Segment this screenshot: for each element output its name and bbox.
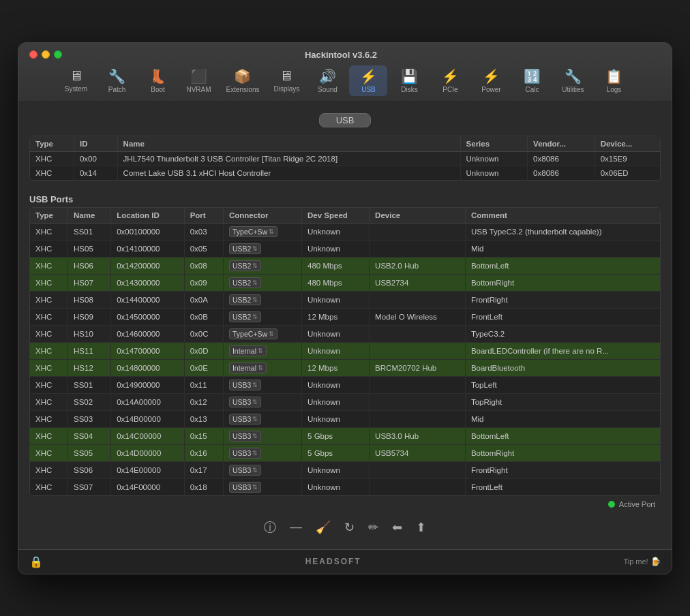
minimize-button[interactable] (42, 50, 50, 59)
content-area: USB TypeIDNameSeriesVendor...Device... X… (18, 102, 672, 549)
connector-badge[interactable]: TypeC+Sw ⇅ (229, 328, 278, 339)
toolbar-item-usb[interactable]: ⚡USB (349, 65, 387, 96)
toolbar-item-extensions[interactable]: 📦Extensions (221, 65, 265, 96)
ports-header-row: TypeNameLocation IDPortConnectorDev Spee… (30, 208, 660, 224)
active-port-indicator: Active Port (608, 500, 655, 508)
bottom-bar: Active Port (29, 496, 661, 512)
toolbar-label-system: System (65, 85, 87, 93)
connector-badge[interactable]: USB2 ⇅ (229, 260, 261, 271)
close-button[interactable] (29, 50, 38, 59)
toolbar-label-boot: Boot (151, 86, 165, 93)
window-title: Hackintool v3.6.2 (62, 50, 620, 60)
list-item: XHCHS070x143000000x09USB2 ⇅480 MbpsUSB27… (30, 274, 660, 291)
toolbar-icon-nvram: ⬛ (190, 68, 207, 84)
toolbar-label-power: Power (481, 86, 500, 93)
connector-badge[interactable]: USB2 ⇅ (229, 243, 261, 254)
ctrl-header-series: Series (460, 136, 528, 152)
port-header-name: Name (68, 208, 111, 224)
edit-button[interactable]: ✏ (368, 520, 378, 535)
connector-badge[interactable]: USB3 ⇅ (229, 380, 261, 390)
list-item: XHCHS090x145000000x0BUSB2 ⇅12 MbpsModel … (30, 308, 660, 325)
info-button[interactable]: ⓘ (264, 519, 276, 536)
list-item: XHCHS110x147000000x0DInternal ⇅UnknownBo… (30, 342, 660, 359)
toolbar-label-pcie: PCIe (442, 86, 457, 93)
footer: 🔒 HEADSOFT Tip me! 🍺 (18, 549, 672, 574)
usb-tab-badge: USB (319, 113, 372, 127)
ctrl-header-type: Type (30, 136, 74, 152)
maximize-button[interactable] (54, 50, 62, 59)
toolbar-item-patch[interactable]: 🔧Patch (98, 65, 136, 96)
toolbar-item-displays[interactable]: 🖥Displays (267, 65, 305, 96)
toolbar-label-patch: Patch (108, 86, 126, 93)
active-port-label: Active Port (619, 500, 655, 508)
toolbar-item-logs[interactable]: 📋Logs (595, 65, 633, 96)
list-item: XHCHS100x146000000x0CTypeC+Sw ⇅UnknownTy… (30, 325, 660, 342)
list-item: XHCHS120x148000000x0EInternal ⇅12 MbpsBR… (30, 359, 660, 376)
export-button[interactable]: ⬆ (416, 520, 426, 535)
list-item: XHCHS060x142000000x08USB2 ⇅480 MbpsUSB2.… (30, 257, 660, 274)
controllers-header-row: TypeIDNameSeriesVendor...Device... (30, 136, 660, 152)
toolbar-item-calc[interactable]: 🔢Calc (513, 65, 551, 96)
import-button[interactable]: ⬅ (392, 520, 402, 535)
toolbar-item-power[interactable]: ⚡Power (472, 65, 510, 96)
port-header-type: Type (30, 208, 68, 224)
tip-label: Tip me! (623, 557, 648, 566)
clear-button[interactable]: 🧹 (316, 520, 331, 535)
connector-badge[interactable]: USB3 ⇅ (229, 397, 261, 407)
toolbar-item-nvram[interactable]: ⬛NVRAM (180, 65, 218, 96)
port-header-comment: Comment (465, 208, 660, 224)
toolbar-icon-extensions: 📦 (234, 68, 251, 84)
table-row: XHC0x14Comet Lake USB 3.1 xHCI Host Cont… (30, 166, 660, 180)
toolbar-item-sound[interactable]: 🔊Sound (308, 65, 346, 96)
ports-section-header: USB Ports (29, 189, 661, 207)
table-row: XHC0x00JHL7540 Thunderbolt 3 USB Control… (30, 151, 660, 166)
refresh-button[interactable]: ↻ (344, 520, 355, 535)
connector-badge[interactable]: Internal ⇅ (229, 345, 267, 356)
footer-brand: HEADSOFT (305, 557, 361, 566)
toolbar-icon-logs: 📋 (605, 68, 622, 84)
list-item: XHCSS030x14B000000x13USB3 ⇅UnknownMid (30, 410, 660, 427)
toolbar-item-pcie[interactable]: ⚡PCIe (431, 65, 469, 96)
connector-badge[interactable]: USB2 ⇅ (229, 311, 261, 322)
traffic-lights (29, 50, 62, 59)
toolbar-label-usb: USB (361, 86, 376, 93)
controllers-table: TypeIDNameSeriesVendor...Device... XHC0x… (30, 136, 660, 180)
connector-badge[interactable]: USB3 ⇅ (229, 448, 261, 459)
toolbar-item-disks[interactable]: 💾Disks (390, 65, 428, 96)
connector-badge[interactable]: USB2 ⇅ (229, 294, 261, 305)
main-window: Hackintool v3.6.2 🖥System🔧Patch👢Boot⬛NVR… (18, 42, 672, 574)
controllers-table-container: TypeIDNameSeriesVendor...Device... XHC0x… (29, 136, 661, 181)
toolbar-item-utilities[interactable]: 🔧Utilities (554, 65, 592, 96)
tip-area: Tip me! 🍺 (623, 557, 661, 566)
connector-badge[interactable]: USB3 ⇅ (229, 431, 261, 442)
connector-badge[interactable]: USB2 ⇅ (229, 277, 261, 288)
connector-badge[interactable]: USB3 ⇅ (229, 465, 261, 476)
connector-badge[interactable]: TypeC+Sw ⇅ (229, 226, 278, 237)
list-item: XHCHS080x144000000x0AUSB2 ⇅UnknownFrontR… (30, 291, 660, 308)
toolbar-icon-patch: 🔧 (108, 68, 125, 84)
action-buttons: ⓘ — 🧹 ↻ ✏ ⬅ ⬆ (29, 512, 661, 538)
toolbar-label-disks: Disks (401, 86, 417, 93)
ctrl-header-vendor...: Vendor... (528, 136, 595, 152)
ctrl-header-id: ID (74, 136, 117, 152)
toolbar-item-system[interactable]: 🖥System (57, 65, 95, 96)
toolbar-icon-power: ⚡ (483, 68, 500, 84)
list-item: XHCSS050x14D000000x16USB3 ⇅5 GbpsUSB5734… (30, 444, 660, 461)
connector-badge[interactable]: USB3 ⇅ (229, 414, 261, 425)
tip-icon[interactable]: 🍺 (650, 557, 661, 566)
controllers-tbody: XHC0x00JHL7540 Thunderbolt 3 USB Control… (30, 151, 660, 180)
list-item: XHCSS070x14F000000x18USB3 ⇅UnknownFrontL… (30, 478, 660, 495)
ports-table: TypeNameLocation IDPortConnectorDev Spee… (30, 208, 660, 495)
remove-button[interactable]: — (290, 520, 302, 534)
connector-badge[interactable]: USB3 ⇅ (229, 482, 261, 493)
toolbar-item-boot[interactable]: 👢Boot (139, 65, 177, 96)
list-item: XHCSS060x14E000000x17USB3 ⇅UnknownFrontR… (30, 461, 660, 478)
list-item: XHCSS040x14C000000x15USB3 ⇅5 GbpsUSB3.0 … (30, 427, 660, 444)
port-header-location-id: Location ID (111, 208, 184, 224)
port-header-connector: Connector (223, 208, 301, 224)
ports-tbody: XHCSS010x001000000x03TypeC+Sw ⇅UnknownUS… (30, 223, 660, 495)
ctrl-header-device...: Device... (595, 136, 660, 152)
connector-badge[interactable]: Internal ⇅ (229, 363, 267, 373)
list-item: XHCHS050x141000000x05USB2 ⇅UnknownMid (30, 240, 660, 257)
port-header-port: Port (184, 208, 223, 224)
